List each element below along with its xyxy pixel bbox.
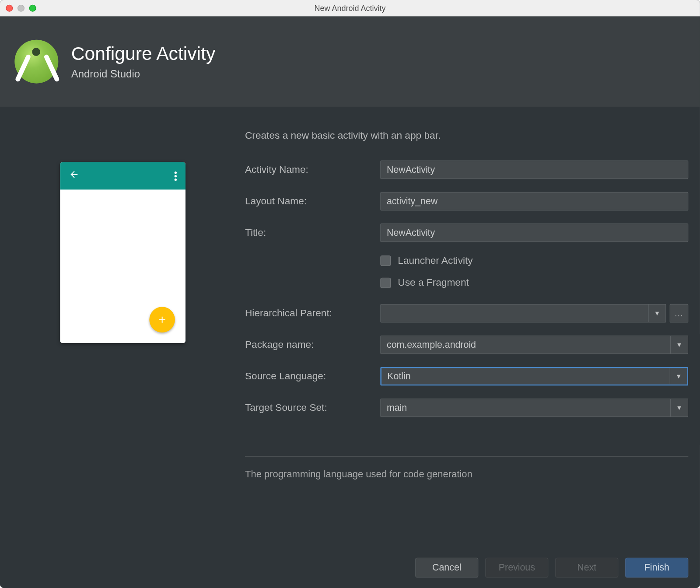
launcher-activity-label: Launcher Activity (398, 255, 472, 267)
header-banner: Configure Activity Android Studio (0, 16, 700, 107)
page-title: Configure Activity (71, 43, 216, 64)
help-text: The programming language used for code g… (245, 469, 688, 480)
hierarchical-parent-combo[interactable]: ▼ (380, 304, 666, 323)
target-source-set-combo[interactable]: main ▼ (380, 399, 688, 417)
hierarchical-parent-label: Hierarchical Parent: (245, 308, 380, 319)
body: Creates a new basic activity with an app… (0, 107, 700, 547)
chevron-down-icon: ▼ (670, 336, 688, 354)
cancel-button[interactable]: Cancel (415, 558, 478, 578)
title-input[interactable] (380, 224, 688, 242)
target-source-set-label: Target Source Set: (245, 402, 380, 414)
browse-parent-button[interactable]: ... (670, 304, 689, 323)
source-language-value: Kotlin (382, 371, 670, 382)
activity-name-label: Activity Name: (245, 164, 380, 176)
source-language-label: Source Language: (245, 371, 380, 382)
description: Creates a new basic activity with an app… (245, 130, 688, 142)
fab-icon (149, 307, 175, 332)
form-column: Creates a new basic activity with an app… (245, 130, 700, 547)
window-title: New Android Activity (0, 4, 700, 13)
layout-name-label: Layout Name: (245, 196, 380, 207)
launcher-activity-checkbox[interactable] (380, 256, 391, 266)
wizard-window: New Android Activity Configure Activity … (0, 0, 700, 588)
chevron-down-icon: ▼ (670, 399, 688, 416)
use-fragment-checkbox[interactable] (380, 278, 391, 288)
chevron-down-icon: ▼ (670, 368, 687, 384)
package-name-combo[interactable]: com.example.android ▼ (380, 336, 688, 354)
package-name-label: Package name: (245, 339, 380, 351)
use-fragment-label: Use a Fragment (398, 277, 469, 289)
footer: Cancel Previous Next Finish (0, 547, 700, 588)
next-button[interactable]: Next (555, 558, 618, 578)
chevron-down-icon: ▼ (648, 304, 665, 322)
preview-appbar (60, 162, 186, 190)
activity-preview (60, 162, 186, 343)
layout-name-input[interactable] (380, 192, 688, 211)
finish-button[interactable]: Finish (625, 558, 688, 578)
target-source-set-value: main (381, 402, 670, 413)
package-name-value: com.example.android (381, 340, 670, 350)
page-subtitle: Android Studio (71, 68, 216, 80)
titlebar: New Android Activity (0, 0, 700, 16)
title-label: Title: (245, 227, 380, 239)
android-studio-icon (14, 40, 58, 84)
activity-name-input[interactable] (380, 161, 688, 179)
previous-button[interactable]: Previous (485, 558, 548, 578)
preview-column (0, 130, 245, 547)
overflow-menu-icon (174, 171, 176, 180)
help-separator (245, 456, 688, 457)
source-language-combo[interactable]: Kotlin ▼ (380, 367, 688, 386)
back-arrow-icon (69, 169, 79, 183)
